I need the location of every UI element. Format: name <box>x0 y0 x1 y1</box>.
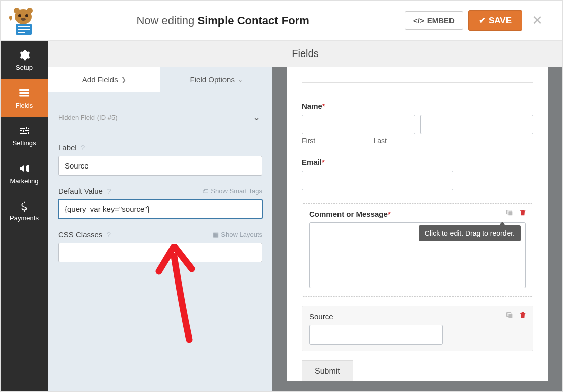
svg-rect-10 <box>19 89 29 91</box>
preview-field-name[interactable]: Name* First Last <box>302 102 533 145</box>
field-heading[interactable]: Hidden Field (ID #5) ⌄ <box>58 102 262 134</box>
email-input[interactable] <box>302 171 453 190</box>
sidebar-item-settings[interactable]: Settings <box>1 117 48 154</box>
chevron-right-icon: ❯ <box>121 76 126 83</box>
sidebar-item-label: Marketing <box>10 177 38 185</box>
grid-icon: ▦ <box>213 231 219 238</box>
css-classes-label: CSS Classes <box>58 230 102 239</box>
duplicate-icon[interactable] <box>505 311 514 319</box>
left-panel: Add Fields❯ Field Options⌄ Hidden Field … <box>48 67 272 391</box>
first-name-input[interactable] <box>302 115 415 134</box>
gear-icon <box>18 49 30 61</box>
trash-icon[interactable] <box>519 311 527 319</box>
svg-rect-7 <box>18 26 30 27</box>
sidebar: Setup Fields Settings Marketing Payments <box>1 41 48 391</box>
reorder-tooltip: Click to edit. Drag to reorder. <box>419 225 521 241</box>
label-input[interactable] <box>58 156 262 176</box>
svg-point-2 <box>25 14 28 17</box>
tag-icon: 🏷 <box>202 187 209 195</box>
save-button[interactable]: ✔ SAVE <box>468 10 522 31</box>
close-icon: ✕ <box>532 13 543 28</box>
help-icon[interactable]: ? <box>107 230 111 239</box>
sliders-icon <box>18 125 30 137</box>
tab-field-options[interactable]: Field Options⌄ <box>160 67 273 92</box>
svg-rect-8 <box>18 29 30 30</box>
svg-point-4 <box>14 8 20 14</box>
sidebar-item-label: Fields <box>16 102 33 109</box>
svg-rect-12 <box>19 95 29 96</box>
svg-rect-15 <box>508 314 512 318</box>
sidebar-item-label: Setup <box>16 64 33 71</box>
duplicate-icon[interactable] <box>505 209 514 217</box>
tab-add-fields[interactable]: Add Fields❯ <box>48 67 160 92</box>
svg-point-1 <box>18 14 21 17</box>
sidebar-item-marketing[interactable]: Marketing <box>1 154 48 192</box>
chevron-down-icon: ⌄ <box>238 76 243 83</box>
app-logo <box>6 6 41 36</box>
sidebar-item-fields[interactable]: Fields <box>1 79 48 117</box>
default-value-input[interactable] <box>58 199 262 219</box>
close-button[interactable]: ✕ <box>522 13 552 28</box>
checkmark-icon: ✔ <box>479 15 486 26</box>
form-icon <box>18 86 31 99</box>
preview-field-comment[interactable]: Comment or Message* Click to edit. Drag … <box>302 203 533 297</box>
show-smart-tags-link[interactable]: 🏷 Show Smart Tags <box>202 187 262 195</box>
show-layouts-link[interactable]: ▦ Show Layouts <box>213 230 262 239</box>
svg-point-3 <box>21 18 26 21</box>
default-value-label: Default Value <box>58 187 103 195</box>
svg-rect-9 <box>18 32 25 33</box>
first-sublabel: First <box>302 137 369 145</box>
css-classes-input[interactable] <box>58 243 262 262</box>
help-icon[interactable]: ? <box>81 143 85 152</box>
preview-panel: Name* First Last Email* <box>272 67 562 391</box>
preview-field-source[interactable]: Source <box>302 306 533 351</box>
svg-point-5 <box>27 8 33 14</box>
submit-button[interactable]: Submit <box>302 360 353 381</box>
sidebar-item-setup[interactable]: Setup <box>1 41 48 79</box>
code-icon: </> <box>413 16 424 25</box>
last-name-input[interactable] <box>420 115 534 134</box>
help-icon[interactable]: ? <box>107 187 111 195</box>
embed-button[interactable]: </> EMBED <box>405 11 463 30</box>
last-sublabel: Last <box>374 137 441 145</box>
sidebar-item-label: Payments <box>10 214 39 222</box>
source-input[interactable] <box>309 325 443 345</box>
trash-icon[interactable] <box>519 209 527 217</box>
sidebar-item-payments[interactable]: Payments <box>1 192 48 230</box>
svg-rect-13 <box>508 211 512 215</box>
top-bar: Now editing Simple Contact Form </> EMBE… <box>1 1 562 41</box>
preview-field-email[interactable]: Email* <box>302 158 533 190</box>
bullhorn-icon <box>18 162 30 175</box>
panel-title: Fields <box>48 41 562 67</box>
sidebar-item-label: Settings <box>13 139 36 147</box>
svg-rect-11 <box>19 92 29 93</box>
label-label: Label <box>58 143 77 152</box>
chevron-down-icon: ⌄ <box>253 111 260 123</box>
editing-title: Now editing Simple Contact Form <box>41 14 405 27</box>
dollar-icon <box>19 201 30 212</box>
